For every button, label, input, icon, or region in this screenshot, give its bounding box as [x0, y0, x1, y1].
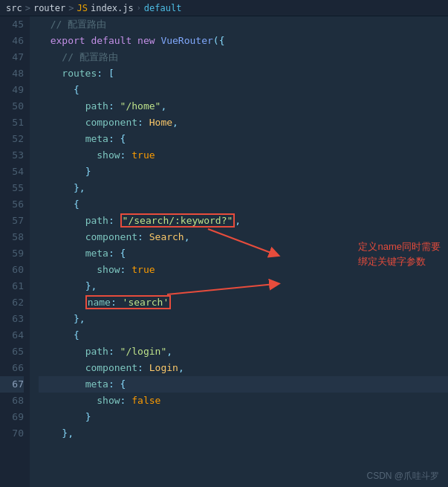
code-line-67: meta: { — [39, 376, 448, 393]
code-line-48: routes: [ — [39, 65, 448, 82]
breadcrumb-arrow: › — [137, 4, 141, 12]
line-num-49: 49 — [0, 82, 24, 98]
code-line-68: show: false — [39, 393, 448, 409]
code-lines: // 配置路由 export default new VueRouter({ /… — [30, 16, 448, 487]
line-num-60: 60 — [0, 262, 24, 278]
line-num-51: 51 — [0, 115, 24, 131]
line-num-55: 55 — [0, 180, 24, 196]
line-num-68: 68 — [0, 393, 24, 409]
breadcrumb-sep1: > — [25, 3, 30, 13]
line-num-50: 50 — [0, 98, 24, 115]
line-num-62: 62 — [0, 294, 24, 311]
code-line-61: }, — [39, 278, 448, 294]
breadcrumb-sep2: > — [68, 3, 74, 13]
code-area: 45 46 47 48 49 50 51 52 53 54 55 56 57 5… — [0, 16, 448, 487]
code-line-66: component: Login, — [39, 360, 448, 376]
code-line-65: path: "/login", — [39, 344, 448, 360]
code-line-55: }, — [39, 180, 448, 196]
code-line-63: }, — [39, 311, 448, 327]
footer: CSDN @爪哇斗罗 — [366, 470, 439, 483]
line-num-58: 58 — [0, 229, 24, 245]
code-line-56: { — [39, 196, 448, 213]
code-line-49: { — [39, 82, 448, 98]
annotation-text: 定义name同时需要 绑定关键字参数 — [358, 239, 441, 268]
code-line-52: meta: { — [39, 131, 448, 147]
code-line-46: export default new VueRouter({ — [39, 33, 448, 49]
breadcrumb-file[interactable]: index.js — [91, 3, 134, 13]
line-num-61: 61 — [0, 278, 24, 294]
line-num-59: 59 — [0, 245, 24, 262]
line-num-56: 56 — [0, 196, 24, 213]
breadcrumb-symbol: default — [144, 3, 182, 13]
code-line-47: // 配置路由 — [39, 49, 448, 65]
code-line-69: } — [39, 409, 448, 425]
line-num-67: 67 — [0, 376, 24, 393]
breadcrumb: src > router > JS index.js › default — [0, 0, 448, 16]
line-num-54: 54 — [0, 164, 24, 180]
code-line-57: path: "/search/:keyword?", — [39, 213, 448, 229]
line-numbers: 45 46 47 48 49 50 51 52 53 54 55 56 57 5… — [0, 16, 30, 487]
breadcrumb-src: src — [6, 3, 22, 13]
code-line-51: component: Home, — [39, 115, 448, 131]
line-num-53: 53 — [0, 147, 24, 164]
breadcrumb-js-icon: JS — [77, 3, 88, 13]
code-line-70: }, — [39, 425, 448, 442]
line-num-69: 69 — [0, 409, 24, 425]
code-line-54: } — [39, 164, 448, 180]
line-num-48: 48 — [0, 65, 24, 82]
line-num-47: 47 — [0, 49, 24, 65]
code-line-62: name: 'search' — [39, 294, 448, 311]
line-num-46: 46 — [0, 33, 24, 49]
line-num-70: 70 — [0, 425, 24, 442]
line-num-65: 65 — [0, 344, 24, 360]
line-num-64: 64 — [0, 327, 24, 344]
line-num-45: 45 — [0, 16, 24, 33]
breadcrumb-router[interactable]: router — [33, 3, 65, 13]
code-line-45: // 配置路由 — [39, 16, 448, 33]
code-line-53: show: true — [39, 147, 448, 164]
line-num-57: 57 — [0, 213, 24, 229]
line-num-63: 63 — [0, 311, 24, 327]
code-line-64: { — [39, 327, 448, 344]
line-num-66: 66 — [0, 360, 24, 376]
line-num-52: 52 — [0, 131, 24, 147]
code-line-50: path: "/home", — [39, 98, 448, 115]
